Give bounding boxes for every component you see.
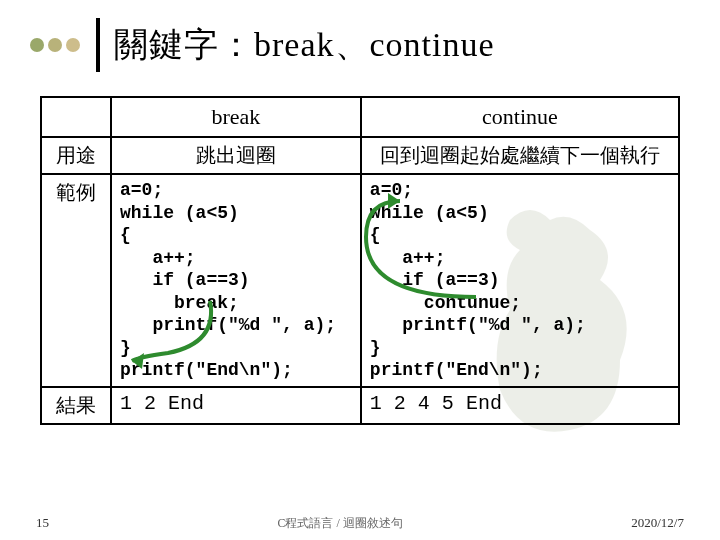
- dot-icon: [48, 38, 62, 52]
- dot-icon: [66, 38, 80, 52]
- slide-footer: 15 C程式語言 / 迴圈敘述句 2020/12/7: [0, 515, 720, 532]
- header-continue: continue: [361, 97, 679, 137]
- page-number: 15: [36, 515, 49, 532]
- code-break: a=0; while (a<5) { a++; if (a==3) break;…: [120, 179, 352, 382]
- code-continue: a=0; while (a<5) { a++; if (a==3) contun…: [370, 179, 670, 382]
- slide-title: 關鍵字：break、continue: [114, 22, 495, 68]
- slide-title-row: 關鍵字：break、continue: [0, 0, 720, 96]
- row-label-example: 範例: [41, 174, 111, 387]
- code-continue-cell: a=0; while (a<5) { a++; if (a==3) contun…: [361, 174, 679, 387]
- result-break: 1 2 End: [111, 387, 361, 424]
- row-label-result: 結果: [41, 387, 111, 424]
- title-divider: [96, 18, 100, 72]
- result-continue: 1 2 4 5 End: [361, 387, 679, 424]
- usage-continue: 回到迴圈起始處繼續下一個執行: [361, 137, 679, 174]
- corner-cell: [41, 97, 111, 137]
- header-break: break: [111, 97, 361, 137]
- row-label-usage: 用途: [41, 137, 111, 174]
- code-break-cell: a=0; while (a<5) { a++; if (a==3) break;…: [111, 174, 361, 387]
- comparison-table: break continue 用途 跳出迴圈 回到迴圈起始處繼續下一個執行 範例…: [40, 96, 680, 425]
- dot-icon: [30, 38, 44, 52]
- footer-caption: C程式語言 / 迴圈敘述句: [277, 515, 402, 532]
- bullet-dots: [30, 38, 80, 52]
- footer-date: 2020/12/7: [631, 515, 684, 532]
- usage-break: 跳出迴圈: [111, 137, 361, 174]
